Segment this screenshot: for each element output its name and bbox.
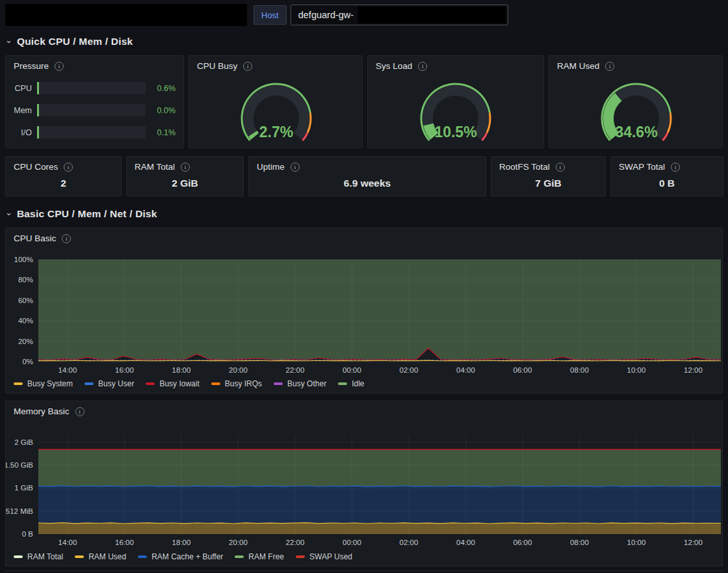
pressure-bar [37, 126, 146, 139]
pressure-bar-fill [37, 104, 39, 116]
svg-text:14:00: 14:00 [58, 539, 77, 546]
svg-text:1.50 GiB: 1.50 GiB [6, 461, 33, 469]
legend-label: Busy Iowait [159, 379, 199, 388]
cpu-basic-legend: Busy SystemBusy UserBusy IowaitBusy IRQs… [14, 379, 714, 388]
info-icon[interactable]: i [556, 163, 565, 172]
legend-marker-icon [235, 555, 244, 558]
svg-text:12:00: 12:00 [684, 539, 703, 546]
legend-item[interactable]: RAM Used [75, 552, 126, 561]
memory-basic-legend: RAM TotalRAM UsedRAM Cache + BufferRAM F… [14, 552, 714, 561]
stat-value: 2 [6, 178, 121, 189]
svg-text:04:00: 04:00 [456, 366, 475, 374]
svg-text:2 GiB: 2 GiB [14, 438, 33, 446]
panel-title[interactable]: Pressure [14, 61, 49, 71]
sys-load-gauge-panel: Sys Load i 10.5% [367, 55, 544, 148]
legend-item[interactable]: SWAP Used [296, 552, 352, 561]
svg-text:00:00: 00:00 [343, 539, 361, 546]
chevron-down-icon: ⌄ [5, 37, 12, 44]
legend-marker-icon [138, 555, 147, 558]
svg-text:22:00: 22:00 [286, 539, 305, 546]
info-icon[interactable]: i [605, 62, 614, 71]
info-icon[interactable]: i [181, 163, 190, 172]
panel-title[interactable]: CPU Basic [14, 233, 56, 243]
chevron-down-icon: ⌄ [5, 209, 12, 216]
legend-marker-icon [146, 382, 155, 385]
top-bar: Host defguard-gw- [0, 0, 728, 30]
host-variable-dropdown[interactable]: defguard-gw- [291, 5, 508, 25]
panel-title[interactable]: CPU Cores [14, 162, 58, 172]
section-header-basic[interactable]: ⌄ Basic CPU / Mem / Net / Disk [5, 207, 723, 221]
panel-title[interactable]: CPU Busy [197, 61, 237, 71]
pressure-bar-gauges: CPU0.6%Mem0.0%I/O0.1% [14, 82, 176, 139]
stat-panel-swap-total: SWAP Total i 0 B [610, 156, 723, 196]
panel-title[interactable]: Sys Load [376, 61, 412, 71]
svg-text:1 GiB: 1 GiB [14, 484, 33, 492]
cpu-busy-gauge: 2.7% [189, 74, 362, 148]
info-icon[interactable]: i [75, 407, 84, 416]
memory-basic-panel: Memory Basic i 0 B512 MiB1 GiB1.50 GiB2 … [5, 401, 723, 566]
legend-marker-icon [274, 382, 283, 385]
pressure-row-label: Mem [14, 106, 37, 115]
svg-text:0 B: 0 B [22, 530, 34, 538]
legend-item[interactable]: RAM Cache + Buffer [138, 552, 223, 561]
memory-basic-chart-plot[interactable]: 0 B512 MiB1 GiB1.50 GiB2 GiB14:0016:0018… [6, 401, 722, 552]
sys-load-gauge: 10.5% [368, 74, 543, 148]
svg-text:10.5%: 10.5% [434, 124, 476, 140]
info-icon[interactable]: i [62, 234, 71, 243]
pressure-row-value: 0.1% [146, 128, 176, 137]
legend-marker-icon [211, 382, 220, 385]
panel-title[interactable]: Memory Basic [14, 406, 70, 416]
panel-title[interactable]: RootFS Total [499, 162, 550, 172]
svg-text:04:00: 04:00 [456, 539, 475, 546]
stat-panel-uptime: Uptime i 6.9 weeks [248, 156, 486, 196]
svg-text:12:00: 12:00 [684, 366, 703, 374]
info-icon[interactable]: i [243, 62, 252, 71]
legend-item[interactable]: Busy Iowait [146, 379, 199, 388]
svg-text:02:00: 02:00 [400, 539, 419, 546]
info-icon[interactable]: i [64, 163, 73, 172]
host-variable-label[interactable]: Host [254, 5, 287, 25]
legend-item[interactable]: Busy System [14, 379, 73, 388]
info-icon[interactable]: i [418, 62, 427, 71]
legend-label: SWAP Used [309, 552, 352, 561]
info-icon[interactable]: i [291, 163, 300, 172]
legend-label: RAM Used [88, 552, 126, 561]
svg-text:512 MiB: 512 MiB [6, 507, 33, 515]
panel-title[interactable]: RAM Used [557, 61, 599, 71]
pressure-bar [37, 104, 146, 116]
svg-text:22:00: 22:00 [286, 366, 305, 374]
legend-marker-icon [84, 382, 94, 385]
legend-item[interactable]: Idle [338, 379, 364, 388]
legend-item[interactable]: Busy Other [274, 379, 326, 388]
section-title: Quick CPU / Mem / Disk [17, 36, 133, 47]
panel-title[interactable]: RAM Total [135, 162, 175, 172]
svg-text:16:00: 16:00 [115, 539, 134, 546]
svg-text:0%: 0% [22, 358, 33, 366]
stat-value: 0 B [611, 178, 723, 189]
legend-marker-icon [14, 555, 23, 558]
redacted-host-suffix [358, 7, 506, 23]
info-icon[interactable]: i [55, 62, 64, 71]
stat-row-panels: CPU Cores i 2 RAM Total i 2 GiB Uptime i… [5, 156, 723, 196]
legend-item[interactable]: RAM Total [14, 552, 63, 561]
svg-text:02:00: 02:00 [400, 366, 419, 374]
svg-text:16:00: 16:00 [115, 366, 134, 374]
host-value-text: defguard-gw- [298, 10, 354, 20]
cpu-basic-chart-plot[interactable]: 0%20%40%60%80%100%14:0016:0018:0020:0022… [6, 228, 722, 379]
legend-item[interactable]: RAM Free [235, 552, 284, 561]
legend-label: Busy IRQs [225, 379, 262, 388]
pressure-row: CPU0.6% [14, 82, 176, 94]
pressure-row: I/O0.1% [14, 126, 176, 139]
svg-text:14:00: 14:00 [58, 366, 77, 374]
svg-text:00:00: 00:00 [343, 366, 361, 374]
legend-item[interactable]: Busy IRQs [211, 379, 262, 388]
panel-title[interactable]: Uptime [257, 162, 285, 172]
svg-text:06:00: 06:00 [514, 539, 532, 546]
info-icon[interactable]: i [671, 163, 680, 172]
section-header-quick[interactable]: ⌄ Quick CPU / Mem / Disk [5, 34, 723, 49]
svg-text:10:00: 10:00 [627, 366, 646, 374]
pressure-row-label: I/O [14, 128, 37, 137]
legend-label: Busy Other [287, 379, 326, 388]
panel-title[interactable]: SWAP Total [619, 162, 665, 172]
legend-item[interactable]: Busy User [84, 379, 134, 388]
